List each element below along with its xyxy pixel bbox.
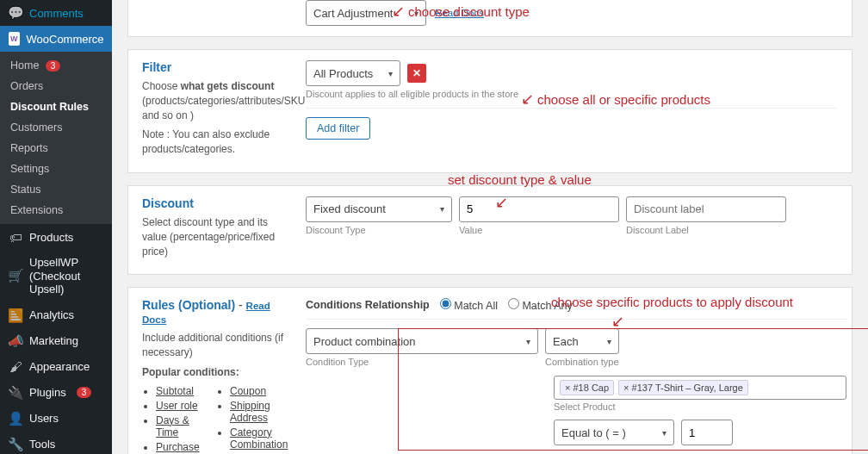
sidebar-item-comments[interactable]: 💬Comments	[0, 0, 112, 26]
user-icon: 👤	[9, 412, 22, 426]
popular-link[interactable]: Shipping Address	[230, 400, 288, 424]
chip-cap[interactable]: × #18 Cap	[560, 380, 614, 395]
filter-note: Note : You can also exclude products/cat…	[142, 127, 288, 157]
match-any-radio[interactable]: Match Any	[508, 298, 573, 312]
product-multiselect[interactable]: × #18 Cap × #137 T-Shirt – Gray, Large	[554, 376, 846, 400]
chevron-down-icon: ▾	[440, 204, 444, 214]
match-all-radio[interactable]: Match All	[440, 298, 498, 312]
brush-icon: 🖌	[9, 360, 22, 374]
sidebar-label: Users	[29, 412, 59, 425]
condition-type-select[interactable]: Product combination▾	[306, 328, 538, 354]
popular-link[interactable]: User role	[156, 400, 201, 412]
sidebar-item-plugins[interactable]: 🔌Plugins 3	[0, 380, 112, 406]
field-caption: Select Product	[554, 401, 616, 412]
sidebar-item-marketing[interactable]: 📣Marketing	[0, 328, 112, 354]
field-caption: Value	[459, 225, 619, 235]
sidebar-item-tools[interactable]: 🔧Tools	[0, 432, 112, 454]
filter-panel: Filter Choose what gets discount (produc…	[127, 49, 852, 173]
filter-heading: Filter	[142, 60, 288, 74]
subitem-customers[interactable]: Customers	[0, 117, 112, 138]
quantity-input[interactable]	[681, 420, 733, 445]
chevron-down-icon: ▾	[662, 428, 666, 438]
sidebar-item-appearance[interactable]: 🖌Appearance	[0, 354, 112, 380]
sidebar-label: UpsellWP (Checkout Upsell)	[29, 256, 103, 296]
main-content: Cart Adjustment▾ Read Docs Filter Choose…	[112, 0, 868, 454]
sidebar-label: Tools	[29, 438, 55, 451]
discount-heading: Discount	[142, 196, 288, 210]
rules-desc: Include additional conditions (if necess…	[142, 331, 288, 360]
sidebar-label: Appearance	[29, 360, 90, 373]
popular-link[interactable]: Subtotal	[156, 385, 201, 397]
chevron-down-icon: ▾	[388, 69, 393, 78]
tag-icon: 🏷	[9, 230, 22, 244]
field-caption: Combination type	[545, 357, 619, 367]
chart-icon: 📶	[9, 308, 22, 322]
sidebar-item-upsell[interactable]: 🛒UpsellWP (Checkout Upsell)	[0, 250, 112, 302]
filter-select[interactable]: All Products▾	[306, 60, 400, 86]
filter-caption: Discount applies to all eligible product…	[306, 89, 838, 99]
megaphone-icon: 📣	[9, 334, 22, 348]
rules-heading: Rules (Optional) - Read Docs	[142, 298, 288, 326]
discount-type-select[interactable]: Cart Adjustment▾	[306, 0, 426, 26]
rule-type-panel: Cart Adjustment▾ Read Docs	[127, 0, 852, 37]
subitem-reports[interactable]: Reports	[0, 138, 112, 159]
conditions-relationship: Conditions Relationship Match All Match …	[306, 298, 846, 312]
read-docs-link[interactable]: Read Docs	[435, 8, 484, 18]
popular-col2: Coupon Shipping Address Category Combina…	[216, 385, 288, 454]
woo-icon: W	[9, 32, 20, 46]
wp-admin-sidebar: 💬Comments WWooCommerce Home 3 Orders Dis…	[0, 0, 112, 454]
chevron-down-icon: ▾	[526, 337, 530, 346]
sidebar-label: Analytics	[29, 308, 74, 321]
sidebar-item-woocommerce[interactable]: WWooCommerce	[0, 26, 112, 52]
subitem-orders[interactable]: Orders	[0, 76, 112, 96]
woo-submenu: Home 3 Orders Discount Rules Customers R…	[0, 52, 112, 224]
popular-heading: Popular conditions:	[142, 365, 288, 380]
subitem-settings[interactable]: Settings	[0, 159, 112, 179]
popular-link[interactable]: Purchase History	[156, 441, 201, 454]
combination-type-select[interactable]: Each▾	[545, 328, 619, 354]
popular-link[interactable]: Category Combination	[230, 426, 288, 451]
remove-filter-button[interactable]: ✕	[407, 64, 426, 83]
chevron-down-icon: ▾	[414, 9, 418, 18]
plug-icon: 🔌	[9, 386, 22, 400]
subitem-status[interactable]: Status	[0, 179, 112, 200]
discount-panel: Discount Select discount type and its va…	[127, 185, 852, 275]
sidebar-label: Products	[29, 231, 73, 244]
cart-icon: 🛒	[9, 269, 22, 283]
sidebar-item-analytics[interactable]: 📶Analytics	[0, 302, 112, 328]
discount-label-input[interactable]	[626, 196, 786, 222]
badge: 3	[46, 60, 61, 72]
subitem-extensions[interactable]: Extensions	[0, 200, 112, 221]
subitem-discount-rules[interactable]: Discount Rules	[0, 96, 112, 117]
filter-desc: Choose what gets discount (products/cate…	[142, 79, 288, 122]
discount-desc: Select discount type and its value (perc…	[142, 215, 288, 258]
wrench-icon: 🔧	[9, 438, 22, 451]
rules-panel: Rules (Optional) - Read Docs Include add…	[127, 287, 852, 454]
sidebar-item-users[interactable]: 👤Users	[0, 406, 112, 432]
sidebar-label: Marketing	[29, 334, 78, 347]
discount-value-input[interactable]	[459, 196, 619, 222]
sidebar-item-products[interactable]: 🏷Products	[0, 224, 112, 250]
sidebar-label: Plugins	[29, 386, 66, 399]
popular-link[interactable]: Coupon	[230, 385, 288, 397]
chevron-down-icon: ▾	[607, 337, 611, 346]
field-caption: Condition Type	[306, 357, 538, 367]
operator-select[interactable]: Equal to ( = )▾	[554, 420, 674, 445]
discount-type-field[interactable]: Fixed discount▾	[306, 196, 452, 222]
comment-icon: 💬	[9, 6, 22, 20]
field-caption: Discount Label	[626, 225, 786, 235]
add-filter-button[interactable]: Add filter	[306, 117, 370, 140]
subitem-home[interactable]: Home 3	[0, 55, 112, 76]
popular-link[interactable]: Days & Time	[156, 414, 201, 438]
popular-col1: Subtotal User role Days & Time Purchase …	[142, 385, 201, 454]
sidebar-label: WooCommerce	[27, 33, 104, 46]
chip-tshirt[interactable]: × #137 T-Shirt – Gray, Large	[618, 380, 748, 395]
field-caption: Discount Type	[306, 225, 452, 235]
sidebar-label: Comments	[29, 7, 84, 20]
badge: 3	[77, 387, 92, 398]
